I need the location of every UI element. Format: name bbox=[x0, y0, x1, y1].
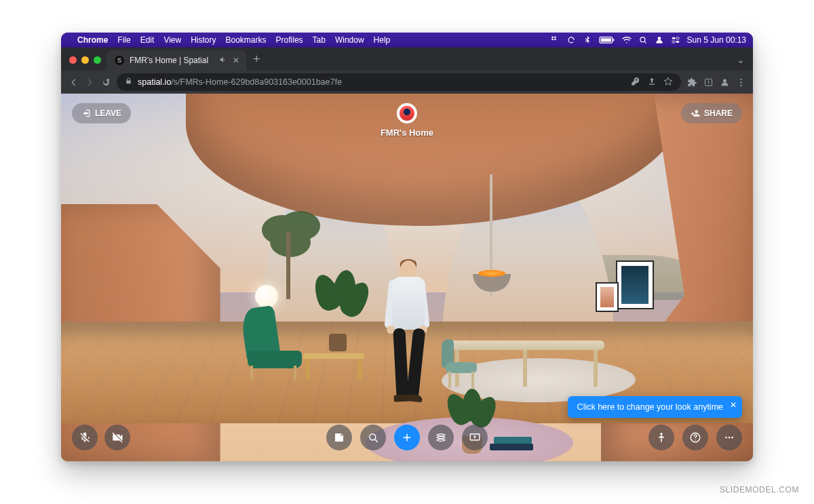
menu-tab[interactable]: Tab bbox=[313, 35, 326, 45]
share-url-icon[interactable] bbox=[647, 77, 657, 88]
scene-avatar bbox=[380, 260, 434, 410]
wifi-icon[interactable] bbox=[622, 35, 632, 45]
camera-off-icon bbox=[111, 431, 123, 444]
menu-window[interactable]: Window bbox=[335, 35, 364, 45]
svg-rect-2 bbox=[613, 39, 614, 41]
tab-title: FMR's Home | Spatial bbox=[130, 56, 208, 65]
change-look-tooltip[interactable]: Click here to change your look anytime ✕ bbox=[568, 396, 742, 418]
menu-edit[interactable]: Edit bbox=[140, 35, 155, 45]
mic-toggle-button[interactable] bbox=[72, 425, 98, 450]
svg-point-13 bbox=[740, 84, 741, 85]
svg-point-11 bbox=[740, 79, 741, 80]
leave-button[interactable]: LEAVE bbox=[72, 103, 131, 123]
space-owner-avatar-icon bbox=[397, 103, 417, 123]
space-name: FMR's Home bbox=[381, 128, 433, 138]
svg-point-3 bbox=[640, 37, 645, 42]
tab-close-icon[interactable]: ✕ bbox=[233, 56, 239, 65]
control-center-icon[interactable] bbox=[671, 35, 680, 45]
search-icon bbox=[367, 431, 379, 444]
scene-books bbox=[490, 435, 537, 450]
menu-help[interactable]: Help bbox=[374, 35, 391, 45]
avatar-settings-button[interactable] bbox=[648, 425, 674, 450]
menu-view[interactable]: View bbox=[163, 35, 181, 45]
nav-back-button[interactable] bbox=[68, 77, 79, 88]
profile-icon[interactable] bbox=[719, 77, 730, 88]
address-bar: spatial.io/s/FMRs-Home-629bd8a903163e000… bbox=[61, 71, 753, 94]
search-button[interactable] bbox=[360, 425, 386, 450]
add-content-button[interactable] bbox=[394, 425, 420, 450]
nav-reload-button[interactable] bbox=[100, 77, 111, 88]
svg-point-10 bbox=[723, 79, 726, 82]
url-field[interactable]: spatial.io/s/FMRs-Home-629bd8a903163e000… bbox=[117, 73, 681, 91]
help-icon bbox=[689, 431, 701, 444]
chrome-menu-icon[interactable] bbox=[735, 77, 746, 88]
tab-favicon-icon: S bbox=[115, 56, 124, 65]
portal-button[interactable] bbox=[428, 425, 454, 450]
svg-point-4 bbox=[657, 37, 661, 40]
share-button[interactable]: SHARE bbox=[681, 103, 742, 123]
browser-window: Chrome File Edit View History Bookmarks … bbox=[61, 33, 753, 461]
screenshare-button[interactable] bbox=[462, 425, 488, 450]
key-icon[interactable] bbox=[631, 77, 640, 88]
bottom-center-controls bbox=[326, 425, 488, 450]
battery-icon[interactable] bbox=[599, 35, 615, 45]
spatial-viewport[interactable]: LEAVE SHARE FMR's Home bbox=[61, 94, 753, 461]
nav-forward-button[interactable] bbox=[84, 77, 95, 88]
scene-desk-chair bbox=[442, 341, 482, 388]
portal-icon bbox=[435, 431, 447, 444]
svg-point-20 bbox=[731, 437, 733, 439]
svg-rect-1 bbox=[600, 38, 610, 41]
menu-file[interactable]: File bbox=[117, 35, 130, 45]
scene-plant bbox=[310, 270, 364, 351]
menu-bookmarks[interactable]: Bookmarks bbox=[226, 35, 267, 45]
url-text: spatial.io/s/FMRs-Home-629bd8a903163e000… bbox=[138, 77, 342, 87]
minimize-window-button[interactable] bbox=[81, 56, 89, 64]
dropbox-icon[interactable] bbox=[550, 35, 560, 45]
bottom-right-controls bbox=[648, 425, 742, 450]
plus-icon bbox=[401, 431, 413, 444]
watermark-text: SLIDEMODEL.COM bbox=[720, 485, 799, 495]
close-window-button[interactable] bbox=[69, 56, 77, 64]
leave-label: LEAVE bbox=[95, 109, 121, 118]
tooltip-close-icon[interactable]: ✕ bbox=[730, 400, 737, 410]
svg-rect-7 bbox=[672, 41, 675, 43]
fullscreen-window-button[interactable] bbox=[94, 56, 101, 64]
person-add-icon bbox=[691, 109, 700, 118]
menu-history[interactable]: History bbox=[191, 35, 216, 45]
space-header[interactable]: FMR's Home bbox=[381, 103, 433, 138]
svg-point-14 bbox=[370, 434, 376, 440]
svg-point-19 bbox=[729, 437, 731, 439]
screenshare-icon bbox=[469, 431, 481, 444]
help-button[interactable] bbox=[682, 425, 708, 450]
extensions-icon[interactable] bbox=[686, 77, 697, 88]
menu-profiles[interactable]: Profiles bbox=[276, 35, 303, 45]
bookmark-icon[interactable] bbox=[663, 77, 673, 88]
svg-rect-8 bbox=[676, 41, 679, 43]
bluetooth-icon[interactable] bbox=[583, 35, 592, 45]
svg-rect-5 bbox=[672, 37, 675, 39]
share-label: SHARE bbox=[704, 109, 733, 118]
svg-rect-6 bbox=[676, 37, 679, 39]
tooltip-text: Click here to change your look anytime bbox=[577, 402, 723, 412]
person-icon bbox=[655, 431, 667, 444]
bottom-left-controls bbox=[72, 425, 130, 450]
tab-overflow-icon[interactable]: ⌄ bbox=[737, 54, 745, 65]
user-icon[interactable] bbox=[655, 35, 664, 45]
note-button[interactable] bbox=[326, 425, 352, 450]
sync-icon[interactable] bbox=[566, 35, 576, 45]
updates-icon[interactable] bbox=[703, 77, 714, 88]
more-button[interactable] bbox=[716, 425, 742, 450]
scene-coffee-table bbox=[303, 353, 364, 381]
scene-lamp bbox=[255, 285, 278, 308]
app-name[interactable]: Chrome bbox=[77, 35, 108, 45]
window-controls bbox=[69, 56, 101, 64]
spotlight-icon[interactable] bbox=[638, 35, 648, 45]
new-tab-button[interactable]: + bbox=[253, 52, 260, 66]
tab-mute-icon[interactable] bbox=[219, 56, 227, 66]
browser-tab[interactable]: S FMR's Home | Spatial ✕ bbox=[106, 50, 246, 71]
lock-icon bbox=[125, 77, 132, 87]
svg-point-16 bbox=[660, 433, 662, 435]
camera-toggle-button[interactable] bbox=[104, 425, 130, 450]
menubar-clock[interactable]: Sun 5 Jun 00:13 bbox=[687, 35, 746, 45]
mic-off-icon bbox=[79, 431, 91, 444]
